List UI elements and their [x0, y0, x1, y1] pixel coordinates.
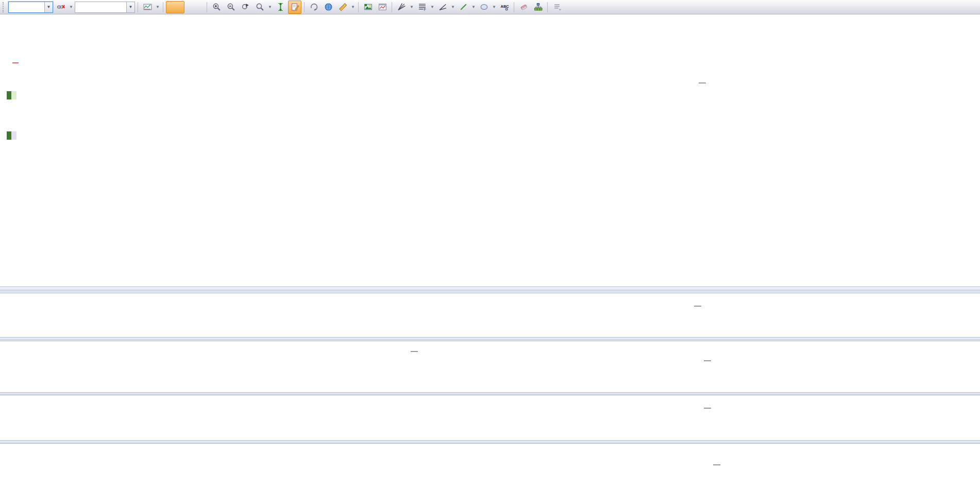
chevron-down-icon[interactable]: ▼ [69, 5, 74, 9]
chevron-down-icon[interactable]: ▼ [492, 5, 497, 9]
rsi-annotation[interactable] [704, 408, 711, 409]
position-marker-icon [7, 131, 11, 140]
fibonacci-button[interactable]: F [415, 1, 429, 14]
search-button[interactable] [253, 1, 266, 14]
short-position-badge[interactable] [7, 91, 16, 99]
zoom-out-button[interactable] [224, 1, 238, 14]
phan-ky-am-annotation[interactable] [411, 351, 418, 352]
trading-terminal: ▼ ▼ ▼ ▼ ▼ [0, 0, 980, 486]
chevron-down-icon[interactable]: ▼ [350, 5, 356, 9]
panel-separator[interactable] [0, 337, 980, 341]
dmi-annotation[interactable] [713, 464, 720, 465]
text-abc-button[interactable]: ABC [498, 1, 511, 14]
svg-text:F: F [424, 8, 426, 11]
panel-separator[interactable] [0, 392, 980, 395]
timeframe-select[interactable]: ▼ [75, 2, 135, 13]
zoom-in-button[interactable] [210, 1, 223, 14]
chevron-down-icon[interactable]: ▼ [155, 5, 160, 9]
pitchfork-button[interactable] [395, 1, 408, 14]
chart-canvas [0, 0, 980, 486]
sell-annotation[interactable] [694, 306, 701, 307]
toolbar-grip[interactable] [3, 2, 6, 12]
chevron-down-icon[interactable]: ▼ [430, 5, 435, 9]
vertical-fit-button[interactable] [274, 1, 287, 14]
ask-button[interactable] [185, 1, 204, 13]
eraser-button[interactable] [517, 1, 530, 14]
trend-angle-button[interactable] [436, 1, 449, 14]
macd-histogram-annotation[interactable] [704, 360, 711, 361]
stop-order-badge[interactable] [12, 62, 19, 63]
toolbar: ▼ ▼ ▼ ▼ ▼ [0, 0, 980, 14]
chevron-down-icon[interactable]: ▼ [409, 5, 414, 9]
pencil-button[interactable] [457, 1, 470, 14]
position-marker-icon [7, 91, 11, 99]
limit-order-badge[interactable] [7, 131, 16, 140]
ellipse-button[interactable] [477, 1, 491, 14]
globe-button[interactable] [322, 1, 335, 14]
bid-button[interactable] [166, 1, 184, 13]
object-tree-button[interactable] [531, 1, 545, 14]
stochastic-legend [7, 294, 11, 301]
svg-text:ABC: ABC [500, 4, 509, 9]
bottom-axis-strip [0, 273, 980, 287]
chevron-down-icon[interactable]: ▼ [126, 2, 134, 12]
rotate-button[interactable] [307, 1, 320, 14]
zoom-cursor-button[interactable] [239, 1, 252, 14]
symbol-select[interactable]: ▼ [8, 2, 53, 13]
ruler-button[interactable] [336, 1, 349, 14]
unlink-button[interactable] [54, 1, 67, 14]
vtdmi-legend [7, 446, 11, 454]
chevron-down-icon[interactable]: ▼ [450, 5, 455, 9]
panel-separator[interactable] [0, 440, 980, 444]
chevron-down-icon[interactable]: ▼ [44, 2, 53, 12]
image-button[interactable] [361, 1, 375, 14]
chevron-down-icon[interactable]: ▼ [267, 5, 273, 9]
chart-type-button[interactable] [141, 1, 154, 14]
false-break-annotation[interactable] [699, 82, 706, 83]
list-button[interactable] [550, 1, 564, 14]
annotate-button[interactable] [288, 1, 301, 14]
chevron-down-icon[interactable]: ▼ [471, 5, 476, 9]
macd-legend [7, 342, 12, 349]
panel-separator[interactable] [0, 287, 980, 293]
chart-window-button[interactable] [376, 1, 389, 14]
